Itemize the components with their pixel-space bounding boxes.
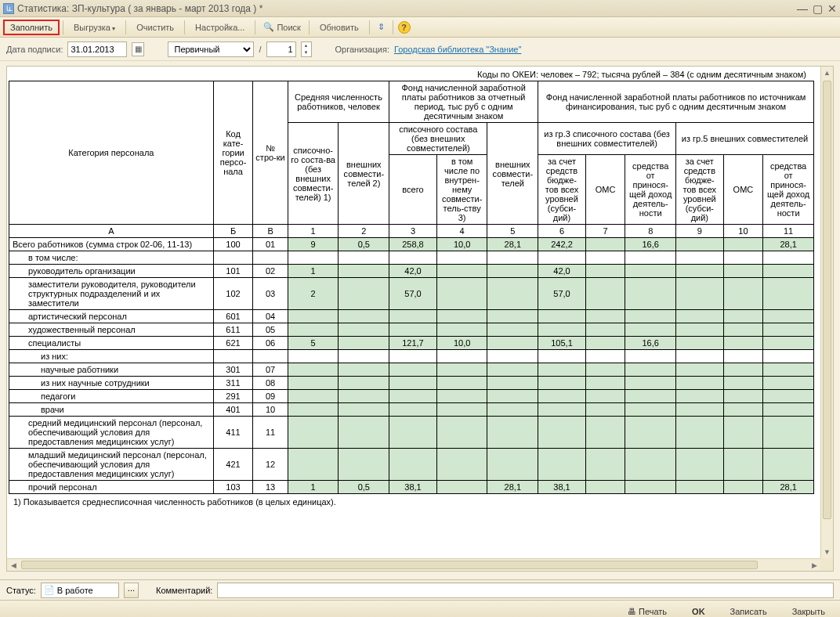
close-button[interactable]: ✕ — [827, 2, 837, 15]
cell[interactable] — [339, 363, 389, 377]
expand-collapse-button[interactable]: ⇕ — [373, 20, 389, 34]
close-button-bottom[interactable]: Закрыть — [784, 604, 834, 618]
cell[interactable] — [389, 363, 437, 377]
cell[interactable] — [339, 403, 389, 417]
cell[interactable] — [389, 251, 437, 265]
comment-input[interactable] — [217, 583, 834, 598]
cell[interactable] — [339, 337, 389, 350]
cell[interactable] — [538, 323, 586, 337]
cell[interactable] — [487, 350, 538, 363]
cell[interactable] — [625, 449, 676, 481]
minimize-button[interactable]: — — [797, 2, 808, 15]
maximize-button[interactable]: ▢ — [813, 2, 823, 15]
cell[interactable]: 5 — [288, 337, 339, 350]
cell[interactable]: 28,1 — [487, 238, 538, 251]
cell[interactable] — [389, 417, 437, 449]
cell[interactable] — [723, 238, 763, 251]
cell[interactable] — [723, 481, 763, 494]
cell[interactable] — [339, 390, 389, 403]
cell[interactable] — [585, 251, 625, 265]
cell[interactable] — [389, 323, 437, 337]
cell[interactable]: 105,1 — [538, 337, 586, 350]
table-row[interactable]: педагоги29109 — [9, 390, 814, 403]
cell[interactable] — [538, 377, 586, 390]
cell[interactable]: 42,0 — [389, 265, 437, 278]
cell[interactable] — [763, 449, 814, 481]
cell[interactable] — [676, 449, 724, 481]
cell[interactable] — [389, 449, 437, 481]
cell[interactable] — [339, 350, 389, 363]
cell[interactable] — [487, 377, 538, 390]
cell[interactable] — [487, 323, 538, 337]
cell[interactable]: 1 — [288, 481, 339, 494]
date-input[interactable] — [67, 41, 127, 57]
cell[interactable] — [585, 390, 625, 403]
cell[interactable] — [585, 265, 625, 278]
cell[interactable] — [676, 337, 724, 350]
export-button[interactable]: Выгрузка — [67, 20, 122, 35]
cell[interactable] — [538, 390, 586, 403]
calendar-icon[interactable]: ▦ — [132, 42, 144, 56]
cell[interactable] — [436, 363, 487, 377]
cell[interactable] — [288, 449, 339, 481]
print-button[interactable]: Печать — [619, 604, 675, 618]
search-button[interactable]: 🔍 Поиск — [259, 20, 305, 34]
cell[interactable] — [763, 337, 814, 350]
cell[interactable] — [763, 310, 814, 323]
cell[interactable] — [723, 350, 763, 363]
cell[interactable] — [625, 251, 676, 265]
table-row[interactable]: младший медицинский персонал (персонал, … — [9, 449, 814, 481]
cell[interactable] — [676, 265, 724, 278]
cell[interactable]: 38,1 — [538, 481, 586, 494]
cell[interactable] — [339, 323, 389, 337]
cell[interactable] — [723, 417, 763, 449]
cell[interactable] — [436, 265, 487, 278]
table-row[interactable]: специалисты621065121,710,0105,116,6 — [9, 337, 814, 350]
cell[interactable]: 42,0 — [538, 265, 586, 278]
table-row[interactable]: артистический персонал60104 — [9, 310, 814, 323]
cell[interactable] — [288, 403, 339, 417]
cell[interactable] — [487, 417, 538, 449]
cell[interactable]: 2 — [288, 278, 339, 310]
cell[interactable] — [723, 363, 763, 377]
cell[interactable] — [585, 363, 625, 377]
cell[interactable] — [763, 265, 814, 278]
cell[interactable] — [676, 278, 724, 310]
type-select[interactable]: Первичный — [168, 41, 254, 57]
refresh-button[interactable]: Обновить — [313, 20, 366, 35]
cell[interactable] — [538, 363, 586, 377]
table-row[interactable]: из них: — [9, 350, 814, 363]
cell[interactable]: 9 — [288, 238, 339, 251]
cell[interactable] — [389, 403, 437, 417]
cell[interactable] — [676, 238, 724, 251]
cell[interactable] — [625, 265, 676, 278]
cell[interactable] — [339, 278, 389, 310]
fill-button[interactable]: Заполнить — [3, 20, 60, 35]
cell[interactable] — [723, 390, 763, 403]
cell[interactable] — [763, 278, 814, 310]
cell[interactable] — [487, 337, 538, 350]
table-row[interactable]: руководитель организации10102142,042,0 — [9, 265, 814, 278]
cell[interactable]: 10,0 — [436, 238, 487, 251]
cell[interactable] — [585, 417, 625, 449]
cell[interactable] — [339, 449, 389, 481]
table-row[interactable]: заместители руководителя, руководители с… — [9, 278, 814, 310]
cell[interactable] — [585, 481, 625, 494]
cell[interactable] — [389, 377, 437, 390]
cell[interactable]: 10,0 — [436, 337, 487, 350]
cell[interactable] — [487, 403, 538, 417]
cell[interactable] — [763, 417, 814, 449]
cell[interactable] — [676, 350, 724, 363]
cell[interactable] — [339, 417, 389, 449]
cell[interactable] — [723, 310, 763, 323]
cell[interactable]: 28,1 — [487, 481, 538, 494]
cell[interactable] — [436, 403, 487, 417]
cell[interactable] — [625, 350, 676, 363]
cell[interactable] — [487, 449, 538, 481]
cell[interactable] — [676, 251, 724, 265]
cell[interactable]: 0,5 — [339, 481, 389, 494]
cell[interactable] — [585, 350, 625, 363]
cell[interactable] — [339, 251, 389, 265]
cell[interactable] — [538, 449, 586, 481]
cell[interactable] — [625, 417, 676, 449]
